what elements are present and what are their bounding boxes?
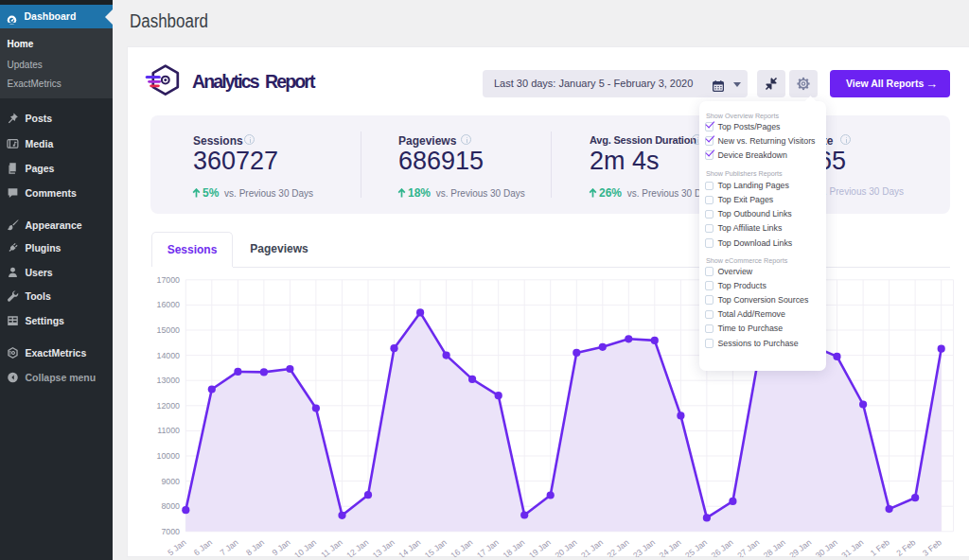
- svg-text:2 Feb: 2 Feb: [894, 537, 917, 557]
- svg-text:12 Jan: 12 Jan: [344, 537, 370, 557]
- svg-text:26 Jan: 26 Jan: [710, 537, 735, 557]
- svg-text:16 Jan: 16 Jan: [449, 537, 474, 557]
- svg-text:5 Jan: 5 Jan: [166, 537, 187, 557]
- svg-text:7 Jan: 7 Jan: [219, 537, 240, 557]
- svg-text:18 Jan: 18 Jan: [501, 537, 526, 557]
- svg-text:10 Jan: 10 Jan: [292, 537, 318, 557]
- svg-text:7000: 7000: [161, 527, 180, 536]
- svg-text:23 Jan: 23 Jan: [631, 537, 657, 557]
- svg-text:9000: 9000: [161, 477, 180, 486]
- svg-text:13 Jan: 13 Jan: [371, 537, 396, 557]
- svg-text:25 Jan: 25 Jan: [683, 537, 709, 557]
- svg-text:24 Jan: 24 Jan: [658, 537, 683, 557]
- svg-text:29 Jan: 29 Jan: [787, 537, 813, 557]
- svg-text:27 Jan: 27 Jan: [735, 537, 761, 557]
- svg-text:17000: 17000: [157, 275, 181, 285]
- svg-text:13000: 13000: [157, 376, 181, 385]
- svg-text:14 Jan: 14 Jan: [396, 537, 422, 557]
- svg-text:21 Jan: 21 Jan: [579, 537, 605, 557]
- svg-text:30 Jan: 30 Jan: [814, 537, 839, 557]
- svg-text:1 Feb: 1 Feb: [869, 537, 891, 557]
- svg-text:8000: 8000: [161, 501, 180, 511]
- svg-text:3 Feb: 3 Feb: [921, 537, 943, 557]
- svg-text:10000: 10000: [157, 451, 181, 461]
- svg-text:31 Jan: 31 Jan: [839, 537, 865, 557]
- svg-text:12000: 12000: [157, 401, 181, 411]
- svg-text:17 Jan: 17 Jan: [475, 537, 501, 557]
- svg-text:15 Jan: 15 Jan: [423, 537, 449, 557]
- svg-text:11 Jan: 11 Jan: [319, 537, 344, 557]
- svg-text:19 Jan: 19 Jan: [527, 537, 553, 557]
- svg-text:6 Jan: 6 Jan: [192, 537, 214, 557]
- svg-text:9 Jan: 9 Jan: [271, 537, 292, 557]
- svg-text:28 Jan: 28 Jan: [762, 537, 787, 557]
- svg-text:20 Jan: 20 Jan: [554, 537, 579, 557]
- svg-text:14000: 14000: [157, 351, 181, 360]
- svg-text:8 Jan: 8 Jan: [244, 537, 266, 557]
- svg-text:22 Jan: 22 Jan: [606, 537, 631, 557]
- svg-text:16000: 16000: [157, 300, 181, 309]
- svg-text:11000: 11000: [157, 426, 180, 435]
- svg-text:15000: 15000: [157, 325, 181, 335]
